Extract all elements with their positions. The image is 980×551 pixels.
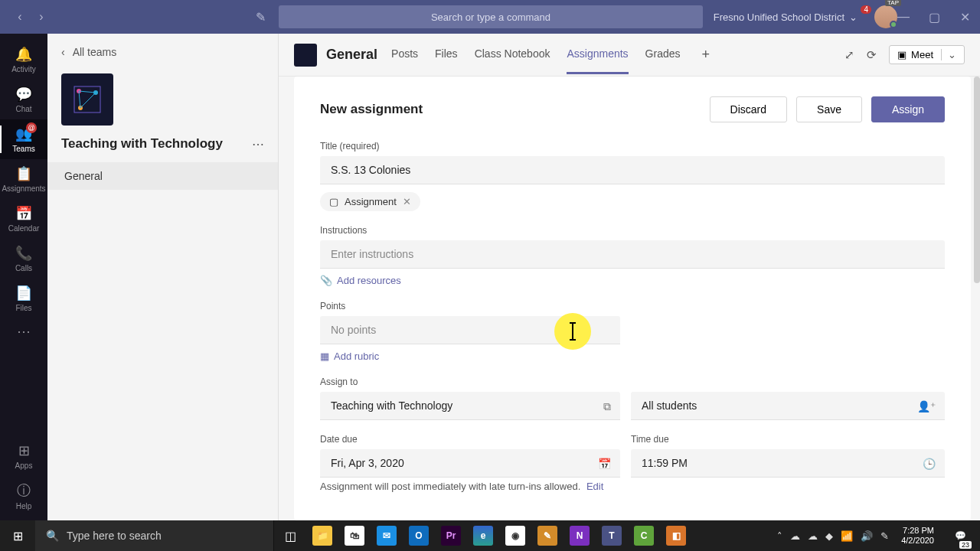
rail-help[interactable]: ⓘHelp xyxy=(0,476,47,516)
rail-calls[interactable]: 📞Calls xyxy=(0,239,47,279)
assign-to-label: Assign to xyxy=(320,377,945,387)
tab-add-button[interactable]: + xyxy=(702,47,710,63)
all-teams-label: All teams xyxy=(73,46,117,58)
main-area: General Posts Files Class Notebook Assig… xyxy=(279,34,980,520)
form-heading: New assignment xyxy=(320,102,423,117)
expand-icon[interactable]: ⤢ xyxy=(844,48,854,62)
search-input[interactable]: Search or type a command xyxy=(279,5,703,28)
tab-files[interactable]: Files xyxy=(435,35,458,74)
assign-button[interactable]: Assign xyxy=(871,96,945,122)
tray-onedrive-icon[interactable]: ☁ xyxy=(790,530,800,542)
nav-forward[interactable]: › xyxy=(32,8,51,26)
task-view[interactable]: ◫ xyxy=(274,520,306,551)
compose-icon[interactable]: ✎ xyxy=(256,10,266,24)
assign-class-input[interactable] xyxy=(320,392,620,420)
tag-remove[interactable]: ✕ xyxy=(403,196,411,207)
tray-cloud-icon[interactable]: ☁ xyxy=(808,530,818,542)
team-more-button[interactable]: ⋯ xyxy=(252,137,264,152)
badge-icon: @ xyxy=(26,122,37,133)
notification-center[interactable]: 💬 23 xyxy=(946,520,974,551)
apps-icon: ⊞ xyxy=(18,442,30,459)
taskbar-search[interactable]: 🔍 Type here to search xyxy=(35,520,274,551)
tb-premiere[interactable]: Pr xyxy=(435,520,467,551)
tb-app2[interactable]: ◧ xyxy=(660,520,692,551)
attach-icon: 📎 xyxy=(320,275,332,286)
clock-icon[interactable]: 🕒 xyxy=(923,458,936,470)
tb-mail[interactable]: ✉ xyxy=(371,520,403,551)
tab-posts[interactable]: Posts xyxy=(391,35,418,74)
rail-more[interactable]: ⋯ xyxy=(17,323,31,340)
reload-icon[interactable]: ⟳ xyxy=(867,48,877,62)
date-due-input[interactable] xyxy=(320,449,620,478)
add-rubric-link[interactable]: ▦Add rubric xyxy=(320,350,379,362)
tb-outlook[interactable]: O xyxy=(403,520,435,551)
team-name: Teaching with Technology xyxy=(61,136,223,152)
chat-icon: 💬 xyxy=(15,86,32,103)
instructions-label: Instructions xyxy=(320,225,945,236)
chevron-down-icon[interactable]: ⌄ xyxy=(941,49,956,60)
window-maximize[interactable]: ▢ xyxy=(919,0,949,34)
tab-class-notebook[interactable]: Class Notebook xyxy=(475,35,550,74)
tb-chrome[interactable]: ◉ xyxy=(499,520,531,551)
phone-icon: 📞 xyxy=(15,245,32,262)
rail-activity[interactable]: 🔔Activity xyxy=(0,40,47,80)
tray-volume-icon[interactable]: 🔊 xyxy=(861,530,873,542)
scrollbar-thumb[interactable] xyxy=(974,77,980,283)
assignments-icon: 📋 xyxy=(15,165,32,182)
tb-app1[interactable]: ✎ xyxy=(531,520,564,551)
channel-general[interactable]: General xyxy=(47,162,278,190)
calendar-icon[interactable]: 📅 xyxy=(598,458,611,470)
add-person-icon[interactable]: 👤⁺ xyxy=(917,400,936,412)
tb-store[interactable]: 🛍 xyxy=(338,520,371,551)
meet-button[interactable]: ▣ Meet ⌄ xyxy=(889,45,965,64)
save-button[interactable]: Save xyxy=(796,96,862,122)
rail-files[interactable]: 📄Files xyxy=(0,279,47,318)
tray-chevron-icon[interactable]: ˄ xyxy=(777,530,782,542)
chevron-down-icon: ⌄ xyxy=(849,11,858,23)
rail-chat[interactable]: 💬Chat xyxy=(0,80,47,119)
instructions-input[interactable] xyxy=(320,240,945,269)
nav-back[interactable]: ‹ xyxy=(11,8,29,26)
tab-assignments[interactable]: Assignments xyxy=(567,35,628,74)
start-button[interactable]: ⊞ xyxy=(0,520,35,551)
points-input[interactable] xyxy=(320,316,620,344)
tb-explorer[interactable]: 📁 xyxy=(306,520,338,551)
copy-icon[interactable]: ⧉ xyxy=(603,399,611,412)
tab-bar: General Posts Files Class Notebook Assig… xyxy=(279,34,980,77)
window-close[interactable]: ✕ xyxy=(949,0,980,34)
all-teams-link[interactable]: ‹ All teams xyxy=(47,34,278,70)
app-rail: 🔔Activity 💬Chat 👥Teams@ 📋Assignments 📅Ca… xyxy=(0,34,47,520)
category-tag[interactable]: ▢ Assignment ✕ xyxy=(320,192,420,211)
time-due-label: Time due xyxy=(631,434,945,445)
title-input[interactable] xyxy=(320,156,945,184)
help-icon: ⓘ xyxy=(17,481,31,500)
window-minimize[interactable]: — xyxy=(888,0,919,34)
rail-teams[interactable]: 👥Teams@ xyxy=(0,119,47,159)
tb-teams[interactable]: T xyxy=(596,520,628,551)
svg-rect-0 xyxy=(70,82,105,117)
team-icon-small xyxy=(294,44,317,67)
chevron-left-icon: ‹ xyxy=(61,46,65,58)
post-note-text: Assignment will post immediately with la… xyxy=(320,481,580,492)
time-due-input[interactable] xyxy=(631,449,945,478)
assign-students-input[interactable] xyxy=(631,392,945,420)
discard-button[interactable]: Discard xyxy=(710,96,787,122)
team-logo[interactable] xyxy=(61,73,113,126)
org-switcher[interactable]: Fresno Unified School District ⌄ 4 xyxy=(714,11,858,23)
add-resources-link[interactable]: 📎Add resources xyxy=(320,275,401,286)
tab-grades[interactable]: Grades xyxy=(645,35,681,74)
rail-calendar[interactable]: 📅Calendar xyxy=(0,199,47,239)
tb-camtasia[interactable]: C xyxy=(628,520,660,551)
tray-pen-icon[interactable]: ✎ xyxy=(880,530,889,542)
tb-edge[interactable]: e xyxy=(467,520,499,551)
file-icon: 📄 xyxy=(15,285,32,302)
tb-onenote[interactable]: N xyxy=(564,520,596,551)
rail-apps[interactable]: ⊞Apps xyxy=(0,436,47,476)
date-due-label: Date due xyxy=(320,434,620,445)
rail-assignments[interactable]: 📋Assignments xyxy=(0,159,47,199)
tray-app-icon[interactable]: ◆ xyxy=(825,530,833,542)
edit-link[interactable]: Edit xyxy=(586,481,603,492)
taskbar-clock[interactable]: 7:28 PM 4/2/2020 xyxy=(897,526,939,545)
tray-wifi-icon[interactable]: 📶 xyxy=(841,530,853,542)
tag-icon: ▢ xyxy=(329,196,338,207)
